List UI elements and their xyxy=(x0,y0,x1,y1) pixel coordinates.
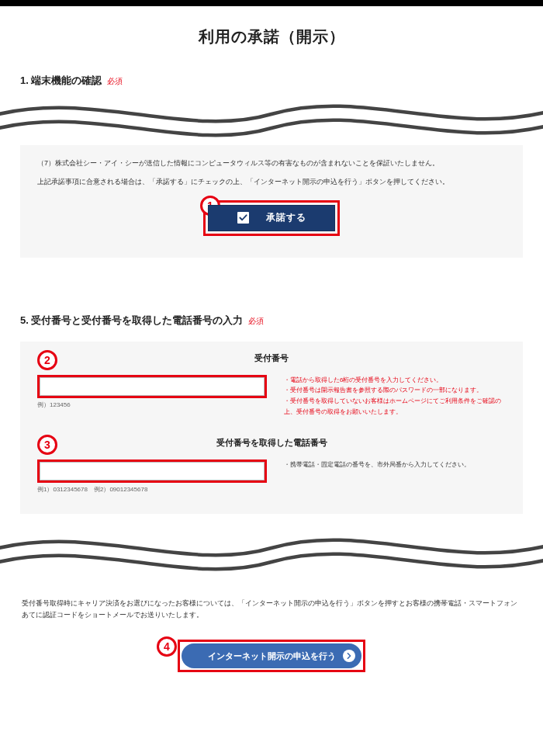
submit-button[interactable]: インターネット開示の申込を行う xyxy=(182,643,361,668)
required-badge: 必須 xyxy=(107,77,123,85)
consent-button-label: 承諾する xyxy=(266,211,306,224)
step-badge-4: 4 xyxy=(157,636,177,657)
receipt-number-input-highlight xyxy=(37,375,267,398)
phone-number-example: 例1）0312345678 例2）09012345678 xyxy=(37,485,506,494)
section-5-heading: 5. 受付番号と受付番号を取得した電話番号の入力 必須 xyxy=(20,314,523,328)
phone-number-input-highlight xyxy=(37,459,267,483)
hint-line: ・受付番号を取得していないお客様はホームページにてご利用条件をご確認の上、受付番… xyxy=(284,396,506,417)
checkbox-checked-icon xyxy=(237,212,249,224)
page-title: 利用の承諾（開示） xyxy=(20,6,523,74)
submit-button-highlight: インターネット開示の申込を行う xyxy=(178,640,365,672)
section-1-heading: 1. 端末機能の確認 必須 xyxy=(20,74,523,88)
field-2-title: 受付番号を取得した電話番号 xyxy=(20,426,523,459)
step-badge-2: 2 xyxy=(37,350,57,370)
wave-divider-top xyxy=(0,94,543,140)
bottom-note: 受付番号取得時にキャリア決済をお選びになったお客様については、「インターネット開… xyxy=(20,598,523,622)
hint-line: ・携帯電話・固定電話の番号を、市外局番から入力してください。 xyxy=(284,459,506,470)
consent-button[interactable]: 承諾する xyxy=(208,205,335,231)
hint-line: ・受付番号は開示報告書を参照する際のパスワードの一部になります。 xyxy=(284,385,506,396)
section-5-heading-text: 5. 受付番号と受付番号を取得した電話番号の入力 xyxy=(20,314,243,326)
submit-button-label: インターネット開示の申込を行う xyxy=(208,650,336,662)
phone-number-input[interactable] xyxy=(40,462,265,480)
receipt-number-input[interactable] xyxy=(40,377,265,396)
field-1-title: 受付番号 xyxy=(20,342,523,375)
step-badge-3: 3 xyxy=(37,435,57,455)
arrow-right-icon xyxy=(343,650,355,662)
wave-divider-bottom xyxy=(0,528,543,574)
terms-agree-instruction: 上記承諾事項に合意される場合は、「承諾する」にチェックの上、「インターネット開示… xyxy=(37,176,506,187)
form-block: 受付番号 2 例）123456 ・電話から取得した6桁の受付番号を入力してくださ… xyxy=(20,342,523,514)
terms-block: （7）株式会社シー・アイ・シーが送信した情報にコンピュータウィルス等の有害なもの… xyxy=(20,145,523,258)
required-badge: 必須 xyxy=(248,317,264,325)
section-1-heading-text: 1. 端末機能の確認 xyxy=(20,75,102,86)
terms-line-7: （7）株式会社シー・アイ・シーが送信した情報にコンピュータウィルス等の有害なもの… xyxy=(37,158,506,168)
hint-line: ・電話から取得した6桁の受付番号を入力してください。 xyxy=(284,375,506,386)
consent-button-highlight: 承諾する xyxy=(203,200,340,236)
